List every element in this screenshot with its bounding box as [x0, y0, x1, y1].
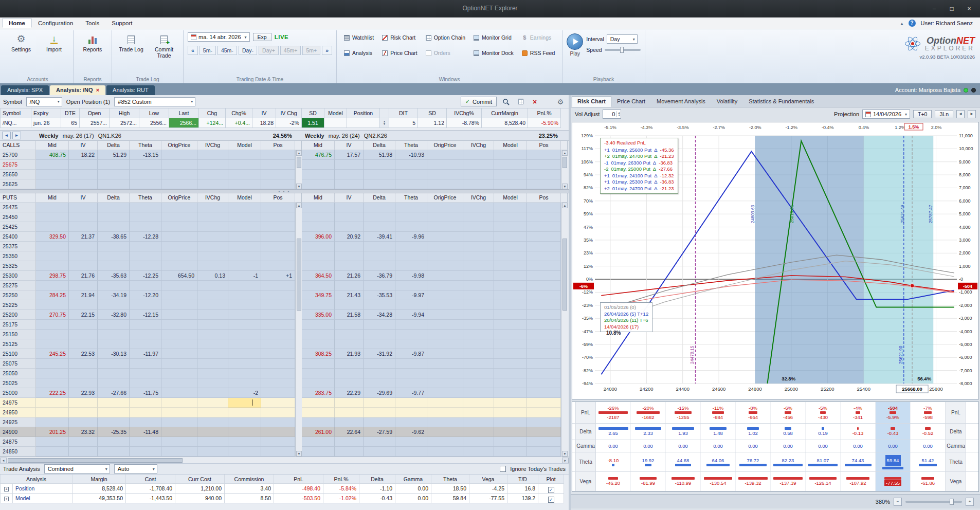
chain-cell[interactable]: 22.29	[335, 388, 364, 398]
chain-cell[interactable]	[130, 359, 161, 369]
chain-cell[interactable]	[302, 447, 335, 457]
zoom-slider-thumb[interactable]	[950, 499, 954, 505]
chain-cell[interactable]	[395, 417, 427, 427]
chain-cell[interactable]	[69, 261, 98, 271]
chain-cell[interactable]	[463, 408, 494, 417]
chain-cell[interactable]	[527, 290, 561, 300]
option-row-25300[interactable]: 25300298.7521.76-35.63-12.25654.500.13-1…	[0, 271, 569, 281]
chain-cell[interactable]: -11.97	[130, 349, 161, 359]
chain-cell[interactable]: -32.80	[98, 310, 130, 320]
chain-cell[interactable]	[395, 179, 427, 189]
chain-cell[interactable]	[427, 222, 463, 232]
chain-cell[interactable]	[302, 179, 335, 189]
chain-cell[interactable]	[427, 339, 463, 349]
chain-cell[interactable]	[197, 281, 228, 290]
chain-cell[interactable]	[302, 330, 335, 339]
chain-cell[interactable]	[395, 251, 427, 261]
chain-cell[interactable]: 222.25	[36, 388, 69, 398]
chain-cell[interactable]	[161, 408, 197, 417]
strike-cell[interactable]: 25225	[0, 300, 36, 310]
calls-left-scrollbar[interactable]: ▲▼	[295, 150, 302, 189]
chain-cell[interactable]	[98, 320, 130, 330]
menu-configuration[interactable]: Configuration	[32, 19, 79, 27]
chain-cell[interactable]	[228, 359, 261, 369]
chain-cell[interactable]	[364, 320, 395, 330]
chain-cell[interactable]	[527, 251, 561, 261]
chain-cell[interactable]	[494, 369, 527, 378]
row-spinner-icon[interactable]: ▴▾	[384, 119, 385, 125]
chain-cell[interactable]: -35.63	[98, 271, 130, 281]
puts-left-scrollbar[interactable]: ▲▼	[295, 203, 302, 457]
option-row-25375[interactable]: 25375	[0, 242, 569, 251]
chain-cell[interactable]	[98, 378, 130, 388]
chain-cell[interactable]: 22.64	[335, 427, 364, 437]
chain-cell[interactable]	[364, 339, 395, 349]
strike-cell[interactable]: 24975	[0, 398, 36, 408]
chain-cell[interactable]: 270.75	[36, 310, 69, 320]
chain-cell[interactable]	[36, 251, 69, 261]
chain-cell[interactable]	[364, 212, 395, 222]
chain-cell[interactable]: 21.76	[69, 271, 98, 281]
chain-cell[interactable]	[261, 261, 295, 271]
interval-select[interactable]: Day▾	[607, 34, 638, 44]
left-expiry-header[interactable]: Weekly may. 26 (17) QN1.K26 24.56%	[36, 133, 295, 139]
chain-cell[interactable]	[36, 330, 69, 339]
chain-cell[interactable]	[395, 160, 427, 170]
next-expiry-button[interactable]: ►	[12, 132, 21, 139]
tab-volatility[interactable]: Volatility	[711, 96, 743, 107]
ta-row-name[interactable]: Position	[13, 484, 72, 494]
chain-cell[interactable]	[427, 271, 463, 281]
chain-cell[interactable]	[36, 417, 69, 427]
strike-cell[interactable]: 25150	[0, 330, 36, 339]
chain-cell[interactable]	[463, 388, 494, 398]
chain-cell[interactable]	[302, 251, 335, 261]
chain-cell[interactable]	[261, 170, 295, 179]
chain-cell[interactable]	[335, 447, 364, 457]
chain-cell[interactable]	[463, 170, 494, 179]
chain-cell[interactable]	[527, 222, 561, 232]
chain-cell[interactable]	[261, 388, 295, 398]
price-chart-button[interactable]: Price Chart	[379, 49, 421, 57]
strike-cell[interactable]: 25650	[0, 170, 36, 179]
chain-cell[interactable]	[161, 359, 197, 369]
chain-cell[interactable]: 396.00	[302, 232, 335, 242]
option-row-25100[interactable]: 25100245.2522.53-30.13-11.97308.2521.93-…	[0, 349, 569, 359]
chain-cell[interactable]	[197, 408, 228, 417]
option-row-25250[interactable]: 25250284.2521.94-34.19-12.20349.7521.43-…	[0, 290, 569, 300]
chain-cell[interactable]	[427, 427, 463, 437]
chain-cell[interactable]	[494, 408, 527, 417]
calls-right-scrollbar[interactable]: ▲▼	[561, 150, 568, 189]
chain-cell[interactable]	[335, 203, 364, 212]
chain-cell[interactable]	[335, 378, 364, 388]
chain-cell[interactable]	[364, 261, 395, 271]
chain-cell[interactable]	[395, 339, 427, 349]
chain-cell[interactable]: +1	[261, 271, 295, 281]
chain-cell[interactable]: -9.62	[395, 427, 427, 437]
summary-data-row[interactable]: /NQ...jun. 26652557...2572...2556...2566…	[0, 118, 569, 128]
analysis-mode-select[interactable]: Combined▾	[44, 464, 110, 473]
chain-cell[interactable]	[527, 203, 561, 212]
expand-icon[interactable]: +	[4, 487, 9, 491]
chain-cell[interactable]	[197, 170, 228, 179]
chain-cell[interactable]	[364, 369, 395, 378]
chain-cell[interactable]	[364, 160, 395, 170]
chain-cell[interactable]	[228, 160, 261, 170]
chain-cell[interactable]	[98, 339, 130, 349]
chain-cell[interactable]	[69, 398, 98, 408]
chain-cell[interactable]	[395, 408, 427, 417]
chain-cell[interactable]	[463, 310, 494, 320]
option-row-25400[interactable]: 25400329.5021.37-38.65-12.28396.0020.92-…	[0, 232, 569, 242]
chain-cell[interactable]	[364, 359, 395, 369]
option-row-25275[interactable]: 25275	[0, 281, 569, 290]
chain-cell[interactable]	[302, 359, 335, 369]
chain-cell[interactable]: 349.75	[302, 290, 335, 300]
chain-cell[interactable]: -11.75	[130, 388, 161, 398]
chain-cell[interactable]	[527, 242, 561, 251]
strike-cell[interactable]: 25675	[0, 160, 36, 170]
nav-5m-back-button[interactable]: 5m-	[199, 46, 216, 55]
chain-cell[interactable]: 476.75	[302, 150, 335, 160]
chain-cell[interactable]	[36, 300, 69, 310]
chain-cell[interactable]: 21.58	[335, 310, 364, 320]
chain-cell[interactable]	[98, 281, 130, 290]
play-button[interactable]	[567, 33, 583, 50]
